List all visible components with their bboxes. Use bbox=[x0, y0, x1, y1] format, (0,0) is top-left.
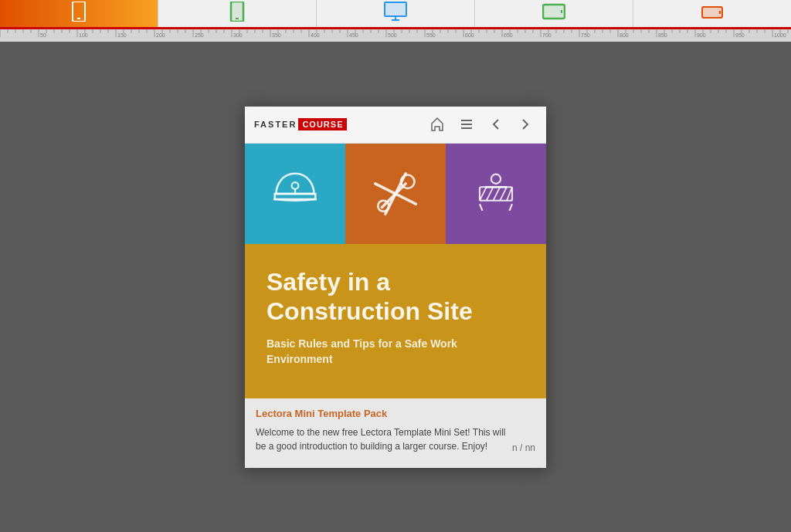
content-title: Safety in a Construction Site bbox=[266, 267, 525, 327]
svg-text:950: 950 bbox=[735, 32, 745, 38]
svg-line-154 bbox=[494, 187, 501, 201]
logo-faster: FASTER bbox=[254, 120, 297, 129]
svg-line-157 bbox=[480, 204, 483, 211]
svg-text:550: 550 bbox=[426, 32, 436, 38]
icon-panels bbox=[245, 144, 546, 244]
svg-line-152 bbox=[480, 187, 487, 201]
svg-text:300: 300 bbox=[233, 32, 243, 38]
forward-button[interactable] bbox=[514, 113, 537, 136]
tablet-portrait-icon bbox=[229, 2, 245, 25]
svg-line-158 bbox=[510, 204, 513, 211]
svg-rect-4 bbox=[231, 2, 243, 22]
svg-text:150: 150 bbox=[117, 32, 127, 38]
nav-bar: FASTER COURSE bbox=[245, 107, 546, 144]
desktop-segment[interactable] bbox=[316, 0, 474, 27]
pack-title: Lectora Mini Template Pack bbox=[256, 408, 535, 419]
bottom-area: Lectora Mini Template Pack Welcome to th… bbox=[245, 398, 546, 468]
barrier-panel[interactable] bbox=[446, 144, 546, 244]
svg-rect-6 bbox=[385, 2, 406, 16]
content-area: Safety in a Construction Site Basic Rule… bbox=[245, 244, 546, 398]
phone-landscape-segment[interactable] bbox=[633, 0, 791, 27]
svg-text:900: 900 bbox=[697, 32, 706, 38]
svg-text:750: 750 bbox=[581, 32, 590, 38]
home-button[interactable] bbox=[426, 113, 449, 136]
top-bar bbox=[0, 0, 791, 29]
phone-landscape-icon bbox=[701, 5, 723, 22]
ruler-svg: 5010015020025030035040045050055060065070… bbox=[0, 29, 791, 42]
bottom-body: Welcome to the new free Lectora Template… bbox=[256, 425, 535, 453]
tablet-landscape-segment[interactable] bbox=[474, 0, 633, 27]
svg-text:250: 250 bbox=[195, 32, 204, 38]
main-area: FASTER COURSE bbox=[0, 42, 791, 532]
menu-button[interactable] bbox=[455, 113, 478, 136]
svg-text:650: 650 bbox=[504, 32, 513, 38]
svg-text:500: 500 bbox=[388, 32, 397, 38]
svg-point-142 bbox=[292, 182, 299, 189]
svg-text:850: 850 bbox=[658, 32, 667, 38]
svg-text:1000: 1000 bbox=[774, 32, 786, 38]
svg-text:200: 200 bbox=[156, 32, 165, 38]
helmet-panel[interactable] bbox=[245, 144, 345, 244]
tablet-landscape-icon bbox=[542, 3, 565, 24]
svg-text:100: 100 bbox=[79, 32, 88, 38]
tablet-portrait-segment[interactable] bbox=[158, 0, 316, 27]
helmet-icon bbox=[268, 167, 322, 221]
title-line2: Construction Site bbox=[266, 297, 473, 325]
logo-course: COURSE bbox=[298, 118, 347, 130]
ruler: 5010015020025030035040045050055060065070… bbox=[0, 29, 791, 42]
svg-text:400: 400 bbox=[311, 32, 320, 38]
logo: FASTER COURSE bbox=[254, 118, 347, 130]
barrier-icon bbox=[469, 167, 523, 221]
svg-line-155 bbox=[500, 187, 507, 201]
svg-text:600: 600 bbox=[465, 32, 474, 38]
page-counter: n / nn bbox=[512, 442, 535, 453]
svg-text:450: 450 bbox=[349, 32, 358, 38]
svg-line-153 bbox=[487, 187, 494, 201]
content-subtitle: Basic Rules and Tips for a Safe Work Env… bbox=[266, 337, 525, 367]
desktop-icon bbox=[384, 2, 407, 25]
svg-text:700: 700 bbox=[542, 32, 552, 38]
title-line1: Safety in a bbox=[266, 268, 390, 296]
tools-icon bbox=[368, 167, 423, 221]
svg-point-149 bbox=[491, 174, 501, 183]
svg-text:800: 800 bbox=[620, 32, 629, 38]
svg-text:350: 350 bbox=[272, 32, 281, 38]
phone-portrait-segment[interactable] bbox=[0, 0, 158, 27]
phone-portrait-icon bbox=[70, 2, 87, 25]
course-frame: FASTER COURSE bbox=[245, 107, 546, 468]
tools-panel[interactable] bbox=[345, 144, 446, 244]
back-button[interactable] bbox=[484, 113, 508, 136]
svg-text:50: 50 bbox=[40, 32, 46, 38]
description-text: Welcome to the new free Lectora Template… bbox=[256, 425, 506, 453]
